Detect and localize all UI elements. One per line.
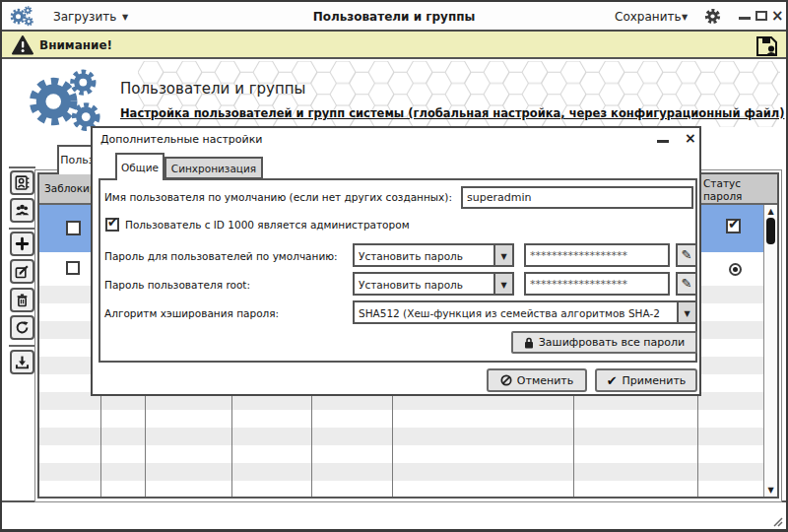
toolbar-divider bbox=[9, 166, 35, 168]
app-window: Загрузить ▼ Пользователи и группы Сохран… bbox=[0, 0, 788, 532]
default-username-input[interactable] bbox=[461, 186, 693, 209]
row2-blocked-checkbox[interactable] bbox=[66, 261, 80, 275]
titlebar: Загрузить ▼ Пользователи и группы Сохран… bbox=[2, 2, 786, 32]
edit-pencil-icon bbox=[15, 264, 30, 279]
default-username-label: Имя пользователя по умолчанию (если нет … bbox=[104, 191, 452, 203]
additional-settings-dialog: Дополнительные настройки × Общие Синхрон… bbox=[91, 126, 701, 396]
default-password-input[interactable] bbox=[524, 243, 670, 267]
close-button[interactable]: × bbox=[771, 9, 784, 24]
apply-check-icon: ✔ bbox=[607, 373, 618, 388]
hash-algorithm-select[interactable]: SHA512 (Хеш-функция из семейства алгорит… bbox=[353, 300, 697, 324]
chevron-down-icon[interactable]: ▼ bbox=[493, 274, 512, 294]
refresh-icon bbox=[15, 320, 30, 335]
save-menu-button[interactable]: Сохранить bbox=[615, 10, 682, 24]
plus-icon bbox=[15, 236, 30, 251]
user-card-button[interactable] bbox=[10, 170, 34, 195]
toolbar-divider bbox=[9, 345, 35, 347]
hash-algorithm-value: SHA512 (Хеш-функция из семейства алгорит… bbox=[355, 302, 677, 322]
column-header-password-status[interactable]: Статус пароля bbox=[703, 177, 766, 203]
lock-icon bbox=[524, 337, 534, 349]
dialog-title: Дополнительные настройки bbox=[100, 133, 263, 146]
check-icon: ✔ bbox=[728, 216, 740, 232]
chevron-down-icon[interactable]: ▼ bbox=[493, 245, 512, 265]
dialog-minimize-button[interactable] bbox=[657, 140, 669, 143]
root-password-mode-select[interactable]: Установить пароль ▼ bbox=[353, 272, 514, 296]
cancel-button-label: Отменить bbox=[517, 374, 573, 387]
user-card-icon bbox=[15, 175, 30, 190]
page-subtitle: Настройка пользователей и групп системы … bbox=[120, 106, 784, 120]
general-settings-panel: Имя пользователя по умолчанию (если нет … bbox=[98, 178, 697, 363]
row1-password-status-checkbox[interactable]: ✔ bbox=[726, 219, 741, 233]
pencil-icon: ✎ bbox=[682, 276, 692, 291]
warning-bar: Внимание! bbox=[2, 32, 786, 59]
admin-id1000-checkbox[interactable]: ✔ bbox=[105, 218, 119, 232]
dialog-close-button[interactable]: × bbox=[685, 130, 696, 146]
vertical-scrollbar[interactable]: ▲ ▼ bbox=[763, 205, 777, 497]
apply-button-label: Применить bbox=[623, 374, 687, 387]
settings-gear-icon[interactable] bbox=[703, 7, 722, 26]
scroll-up-icon[interactable]: ▲ bbox=[764, 207, 777, 216]
encrypt-all-passwords-label: Зашифровать все пароли bbox=[539, 336, 685, 349]
add-user-button[interactable] bbox=[10, 232, 34, 256]
edit-user-button[interactable] bbox=[10, 259, 34, 284]
default-password-label: Пароль для пользователей по умолчанию: bbox=[104, 250, 338, 262]
encrypt-all-passwords-button[interactable]: Зашифровать все пароли bbox=[511, 331, 697, 354]
users-groups-logo-icon bbox=[22, 69, 100, 136]
row1-blocked-checkbox[interactable] bbox=[66, 221, 81, 235]
row2-password-status-radio[interactable] bbox=[729, 263, 742, 276]
status-bar bbox=[2, 500, 786, 531]
check-icon: ✔ bbox=[107, 215, 118, 230]
trash-icon bbox=[15, 293, 30, 307]
tab-general-label: Общие bbox=[121, 162, 159, 173]
maximize-button[interactable] bbox=[755, 11, 767, 21]
page-title: Пользователи и группы bbox=[120, 80, 305, 98]
resize-grip-icon[interactable] bbox=[772, 516, 783, 527]
save-users-icon[interactable] bbox=[755, 34, 779, 57]
scroll-down-icon[interactable]: ▼ bbox=[764, 486, 777, 495]
user-groups-button[interactable] bbox=[10, 198, 34, 223]
root-password-input[interactable] bbox=[524, 272, 670, 296]
tab-general[interactable]: Общие bbox=[115, 153, 164, 180]
chevron-down-icon[interactable]: ▼ bbox=[677, 302, 695, 322]
edit-root-password-button[interactable]: ✎ bbox=[676, 272, 697, 296]
refresh-button[interactable] bbox=[10, 315, 34, 340]
delete-user-button[interactable] bbox=[10, 288, 34, 312]
default-password-mode-select[interactable]: Установить пароль ▼ bbox=[353, 243, 514, 267]
root-password-label: Пароль пользователя root: bbox=[104, 279, 250, 291]
scrollbar-thumb[interactable] bbox=[766, 218, 775, 244]
pencil-icon: ✎ bbox=[682, 247, 692, 262]
users-group-icon bbox=[15, 203, 30, 218]
edit-default-password-button[interactable]: ✎ bbox=[676, 243, 697, 267]
warning-triangle-icon bbox=[12, 35, 33, 55]
admin-id1000-label: Пользователь с ID 1000 является админист… bbox=[125, 219, 410, 231]
download-icon bbox=[15, 355, 30, 369]
radio-dot-icon bbox=[733, 267, 738, 272]
import-button[interactable] bbox=[10, 350, 34, 374]
root-password-mode-value: Установить пароль bbox=[355, 274, 493, 294]
default-password-mode-value: Установить пароль bbox=[355, 245, 493, 265]
apply-button[interactable]: ✔ Применить bbox=[595, 368, 697, 392]
tab-synchronization[interactable]: Синхронизация bbox=[164, 157, 263, 179]
cancel-icon bbox=[500, 374, 512, 386]
cancel-button[interactable]: Отменить bbox=[487, 368, 587, 392]
warning-label: Внимание! bbox=[39, 38, 112, 52]
hash-algorithm-label: Алгоритм хэширования пароля: bbox=[104, 307, 279, 319]
minimize-button[interactable] bbox=[739, 17, 751, 20]
save-caret-icon[interactable]: ▼ bbox=[682, 13, 688, 22]
tab-synchronization-label: Синхронизация bbox=[171, 163, 256, 174]
toolbar-divider bbox=[9, 228, 35, 230]
